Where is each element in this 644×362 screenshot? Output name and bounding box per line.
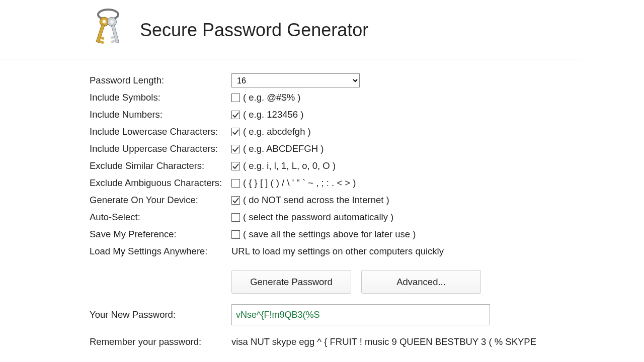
svg-rect-3 bbox=[96, 25, 105, 43]
keys-icon bbox=[91, 8, 126, 53]
loadurl-label: Load My Settings Anywhere: bbox=[90, 246, 231, 257]
autosel-checkbox[interactable] bbox=[231, 213, 240, 222]
options-form: Password Length: 16 Include Symbols: ( e… bbox=[0, 72, 644, 260]
advanced-button[interactable]: Advanced... bbox=[361, 270, 481, 294]
length-label: Password Length: bbox=[90, 75, 231, 86]
output-label: Your New Password: bbox=[90, 309, 231, 320]
savepref-label: Save My Preference: bbox=[90, 229, 231, 240]
svg-rect-9 bbox=[111, 36, 115, 39]
svg-rect-10 bbox=[111, 40, 116, 43]
upper-label: Include Uppercase Characters: bbox=[90, 143, 231, 154]
mnemonic-text: visa NUT skype egg ^ { FRUIT ! music 9 Q… bbox=[231, 336, 536, 347]
similar-checkbox[interactable] bbox=[231, 162, 240, 170]
ambiguous-hint: ( { } [ ] ( ) / \ ' " ` ~ , ; : . < > ) bbox=[243, 177, 356, 189]
ambiguous-checkbox[interactable] bbox=[231, 179, 240, 188]
similar-label: Exclude Similar Characters: bbox=[90, 160, 231, 171]
svg-rect-4 bbox=[100, 36, 104, 40]
page-title: Secure Password Generator bbox=[140, 20, 368, 41]
similar-hint: ( e.g. i, l, 1, L, o, 0, O ) bbox=[243, 160, 336, 171]
numbers-checkbox[interactable] bbox=[231, 111, 240, 119]
lower-hint: ( e.g. abcdefgh ) bbox=[243, 126, 311, 137]
upper-hint: ( e.g. ABCDEFGH ) bbox=[243, 143, 324, 154]
autosel-hint: ( select the password automatically ) bbox=[243, 212, 393, 223]
numbers-hint: ( e.g. 123456 ) bbox=[243, 109, 303, 120]
device-hint: ( do NOT send across the Internet ) bbox=[243, 195, 389, 206]
device-checkbox[interactable] bbox=[231, 196, 240, 205]
mnemonic-label: Remember your password: bbox=[90, 336, 231, 347]
device-label: Generate On Your Device: bbox=[90, 195, 231, 206]
upper-checkbox[interactable] bbox=[231, 145, 240, 153]
symbols-hint: ( e.g. @#$% ) bbox=[243, 92, 300, 103]
lower-checkbox[interactable] bbox=[231, 128, 240, 136]
generate-button[interactable]: Generate Password bbox=[231, 270, 351, 294]
password-value: vNse^{F!m9QB3(%S bbox=[236, 310, 320, 320]
svg-rect-5 bbox=[99, 40, 104, 44]
numbers-label: Include Numbers: bbox=[90, 109, 231, 120]
lower-label: Include Lowercase Characters: bbox=[90, 126, 231, 137]
loadurl-link[interactable]: URL to load my settings on other compute… bbox=[231, 246, 444, 257]
password-output[interactable]: vNse^{F!m9QB3(%S bbox=[231, 304, 490, 325]
savepref-hint: ( save all the settings above for later … bbox=[243, 229, 416, 240]
symbols-checkbox[interactable] bbox=[231, 94, 240, 102]
length-select[interactable]: 16 bbox=[231, 73, 360, 87]
ambiguous-label: Exclude Ambiguous Characters: bbox=[90, 177, 231, 189]
page-header: Secure Password Generator bbox=[0, 8, 582, 59]
symbols-label: Include Symbols: bbox=[90, 92, 231, 103]
autosel-label: Auto-Select: bbox=[90, 212, 231, 223]
savepref-checkbox[interactable] bbox=[231, 230, 240, 239]
